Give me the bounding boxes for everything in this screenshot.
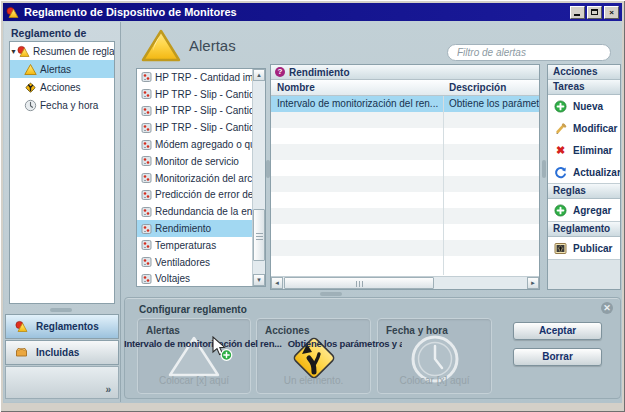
action-actualizar[interactable]: Actualizar (548, 161, 620, 183)
table-row-selected[interactable]: Intervalo de monitorización del ren... O… (271, 96, 539, 112)
close-icon: × (609, 8, 614, 17)
table-row (271, 112, 539, 128)
drag-ghost-text: Intervalo de monitorización del ren...Ob… (124, 338, 402, 349)
list-item[interactable]: HP TRP - Slip - Cantid (137, 103, 265, 120)
actions-panel: Acciones Tareas Nueva Modificar ✖ (547, 64, 621, 290)
column-header-nombre[interactable]: Nombre (271, 80, 443, 95)
list-item-label: Monitor de servicio (155, 156, 239, 167)
table-row (271, 176, 539, 192)
action-modificar[interactable]: Modificar (548, 117, 620, 139)
alert-rules-list: HP TRP - Cantidad im HP TRP - Slip - Can… (136, 68, 266, 287)
configure-panel: Configurar reglamento ✕ Alertas Colocar … (124, 297, 621, 399)
thumb-grip (256, 233, 263, 234)
action-nueva[interactable]: Nueva (548, 95, 620, 117)
scrollbar-thumb[interactable] (253, 209, 265, 261)
maximize-button[interactable] (587, 6, 602, 19)
accept-button[interactable]: Aceptar (513, 322, 602, 340)
tree-item-acciones[interactable]: Acciones (10, 78, 114, 96)
hscrollbar-thumb[interactable] (284, 277, 434, 289)
list-item[interactable]: Redundancia de la en (137, 203, 265, 220)
list-item[interactable]: Módem agregado o qu (137, 136, 265, 153)
action-publicar[interactable]: Publicar (548, 237, 620, 259)
dropzone-acciones[interactable]: Acciones Un elemento. (256, 318, 371, 394)
sidebar-splitter-handle[interactable] (50, 308, 72, 312)
main-bottom-splitter[interactable] (320, 292, 342, 296)
search-input[interactable] (447, 44, 611, 61)
list-item-label: Monitorización del arch (155, 173, 258, 184)
column-header-descripcion[interactable]: Descripción (443, 80, 506, 95)
table-row (271, 256, 539, 272)
list-item[interactable]: HP TRP - Slip - Cantid (137, 86, 265, 103)
list-item[interactable]: Voltajes (137, 271, 265, 288)
list-item[interactable]: Ventiladores (137, 254, 265, 271)
action-label: Actualizar (573, 167, 621, 178)
action-label: Agregar (573, 205, 611, 216)
alerts-header-icon (140, 28, 182, 64)
list-item[interactable]: Predicción de error de (137, 187, 265, 204)
list-item-selected[interactable]: Rendimiento (137, 220, 265, 237)
clear-button[interactable]: Borrar (513, 348, 602, 366)
chevron-down-icon[interactable]: ▼ (10, 48, 17, 55)
rule-icon (141, 273, 152, 285)
thumb-grip (256, 239, 263, 240)
rules-tree: ▼ Resumen de reglas Alertas Acciones Fec… (9, 41, 115, 304)
sidebar-expander-bar[interactable]: » (5, 366, 119, 399)
title-bar: Reglamento de Dispositivo de Monitores × (3, 3, 622, 21)
rule-icon (141, 71, 152, 83)
table-row (271, 224, 539, 240)
list-item-label: HP TRP - Slip - Cantid (155, 122, 254, 133)
table-title: Rendimiento (289, 67, 350, 78)
scroll-up-icon[interactable]: ▲ (253, 69, 265, 81)
list-item-label: HP TRP - Cantidad im (155, 72, 253, 83)
app-icon (6, 6, 19, 19)
scroll-down-icon[interactable]: ▼ (253, 274, 265, 286)
section-reglamento[interactable]: Reglamento (548, 222, 620, 237)
page-title: Alertas (189, 37, 236, 54)
list-scrollbar[interactable]: ▲ ▼ (252, 69, 265, 286)
tree-item-alertas[interactable]: Alertas (10, 60, 114, 78)
rule-icon (141, 172, 152, 184)
list-item[interactable]: Temperaturas (137, 237, 265, 254)
tree-item-label: Acciones (40, 82, 81, 93)
pencil-icon (554, 122, 567, 135)
action-agregar[interactable]: Agregar (548, 199, 620, 221)
table-hscrollbar[interactable]: ◄ ► (271, 276, 539, 289)
sidebar-item-incluidas[interactable]: Incluidas (5, 340, 119, 365)
publish-icon (554, 242, 567, 255)
list-item-label: Módem agregado o qu (155, 139, 256, 150)
section-reglas[interactable]: Reglas (548, 184, 620, 199)
close-button[interactable]: × (604, 6, 619, 19)
scroll-left-icon[interactable]: ◄ (271, 277, 283, 289)
list-item-label: Predicción de error de (155, 189, 253, 200)
thumb-grip (256, 236, 263, 237)
action-label: Publicar (573, 243, 612, 254)
tree-item-label: Resumen de reglas (33, 46, 114, 57)
action-label: Eliminar (573, 145, 612, 156)
list-item-label: Voltajes (155, 273, 190, 284)
thumb-grip (356, 281, 357, 287)
list-item-label: Rendimiento (155, 223, 211, 234)
sidebar: Reglamento de alertas ▼ Resumen de regla… (4, 22, 121, 402)
minimize-button[interactable] (570, 6, 585, 19)
list-item[interactable]: HP TRP - Cantidad im (137, 69, 265, 86)
rule-icon (141, 122, 152, 134)
help-icon[interactable]: ? (275, 67, 285, 77)
list-item[interactable]: Monitor de servicio (137, 153, 265, 170)
tree-item-fecha[interactable]: Fecha y hora (10, 96, 114, 114)
table-row (271, 208, 539, 224)
tree-item-resumen[interactable]: ▼ Resumen de reglas (10, 42, 114, 60)
scroll-right-icon[interactable]: ► (527, 277, 539, 289)
list-item[interactable]: HP TRP - Slip - Cantid (137, 119, 265, 136)
action-eliminar[interactable]: ✖ Eliminar (548, 139, 620, 161)
panel-close-icon[interactable]: ✕ (601, 302, 613, 314)
section-tareas[interactable]: Tareas (548, 80, 620, 95)
table-actions-splitter[interactable] (542, 160, 546, 178)
minimize-icon (574, 14, 580, 16)
sidebar-item-reglamentos[interactable]: Reglamentos (5, 314, 119, 339)
action-label: Modificar (573, 123, 617, 134)
cursor-arrow-icon (211, 336, 235, 362)
drag-ghost-descripcion: Obtiene los parámetros y alertas d... (288, 338, 402, 349)
thumb-grip (359, 281, 360, 287)
dropzone-fecha[interactable]: Fecha y hora Colocar [x] aquí (377, 318, 492, 394)
list-item[interactable]: Monitorización del arch (137, 170, 265, 187)
